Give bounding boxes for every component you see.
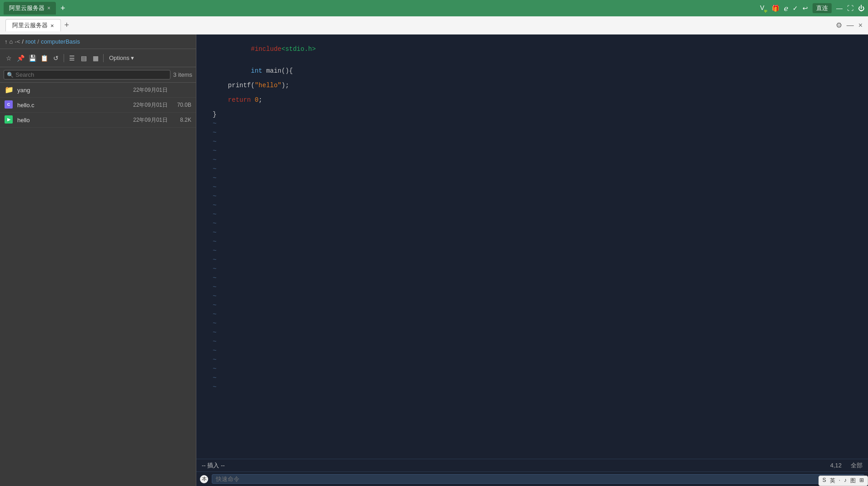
tilde-line: ~: [196, 183, 868, 193]
tilde-char: ~: [211, 202, 216, 209]
power-icon[interactable]: ⏻: [858, 5, 864, 12]
home-icon[interactable]: ⌂: [10, 38, 13, 45]
check-icon[interactable]: ✓: [793, 5, 798, 12]
file-name: yang: [17, 87, 133, 94]
browser-tab-close[interactable]: ×: [47, 5, 50, 11]
tilde-char: ~: [211, 320, 216, 327]
vip-icon[interactable]: Vip: [760, 4, 767, 13]
code-line-5: }: [196, 111, 868, 120]
tilde-char: ~: [211, 165, 216, 173]
tilde-line: ~: [196, 238, 868, 247]
tilde-line: ~: [196, 229, 868, 238]
code-text4: ;: [259, 96, 262, 104]
tilde-line: ~: [196, 356, 868, 365]
list-item[interactable]: 📁 yang 22年09月01日: [0, 83, 196, 98]
refresh-icon[interactable]: ↺: [51, 53, 61, 63]
code-line-2: int main(){: [196, 60, 868, 82]
input-mode-label: 本: [202, 476, 207, 482]
browser-tab[interactable]: 阿里云服务器 ×: [4, 2, 56, 15]
grid-view-icon[interactable]: ▤: [79, 53, 89, 63]
tilde-line: ~: [196, 247, 868, 256]
file-name: hello.c: [17, 102, 133, 109]
tilde-line: ~: [196, 120, 868, 129]
code-content: #include<stdio.h>: [211, 38, 316, 60]
editor-status-bar: -- 插入 -- 4,12 全部: [196, 459, 868, 471]
back-icon[interactable]: ↩: [803, 5, 808, 12]
tilde-char: ~: [211, 274, 216, 282]
file-size: 70.0B: [173, 102, 191, 108]
tilde-char: ~: [211, 138, 216, 145]
folder-icon: 📁: [5, 85, 14, 94]
tilde-line: ~: [196, 156, 868, 165]
tilde-line: ~: [196, 274, 868, 283]
gift-icon[interactable]: 🎁: [772, 5, 779, 12]
chevron-down-icon: ▾: [131, 55, 134, 61]
cmd-input[interactable]: [212, 474, 864, 484]
bookmark-icon[interactable]: ☆: [4, 53, 14, 63]
code-line-4: return 0;: [196, 96, 868, 111]
list-item[interactable]: C hello.c 22年09月01日 70.0B: [0, 98, 196, 113]
editor-cmdbar: 本: [196, 471, 868, 486]
ime-audio[interactable]: ♪: [844, 477, 847, 485]
tilde-line: ~: [196, 265, 868, 274]
list-view-icon[interactable]: ☰: [67, 53, 77, 63]
tilde-char: ~: [211, 356, 216, 363]
tilde-char: ~: [211, 238, 216, 245]
tilde-line: ~: [196, 338, 868, 347]
code-text: main(){: [266, 67, 293, 74]
list-item[interactable]: ▶ hello 22年09月01日 8.2K: [0, 113, 196, 128]
browser-bar: 阿里云服务器 × + Vip 🎁 ℯ ✓ ↩ 直连 — ⛶ ⏻: [0, 0, 868, 16]
input-mode-circle: 本: [200, 475, 208, 483]
breadcrumb: ↑ ⌂ -< / root / computerBasis: [0, 35, 196, 49]
status-right: 4,12 全部: [830, 461, 863, 470]
tilde-line: ~: [196, 138, 868, 147]
tilde-char: ~: [211, 293, 216, 300]
file-panel-toolbar: ☆ 📌 💾 📋 ↺ ☰ ▤ ▦ Options ▾: [0, 49, 196, 67]
breadcrumb-folder-link[interactable]: computerBasis: [41, 38, 80, 45]
tilde-char: ~: [211, 220, 216, 227]
search-input[interactable]: [15, 71, 167, 78]
tilde-line: ~: [196, 165, 868, 174]
breadcrumb-root-link[interactable]: root: [25, 38, 35, 45]
tilde-char: ~: [211, 329, 216, 336]
main-layout: ↑ ⌂ -< / root / computerBasis ☆ 📌 💾 📋 ↺ …: [0, 35, 868, 486]
editor-mode: -- 插入 --: [202, 461, 225, 470]
maximize-browser-btn[interactable]: ⛶: [847, 5, 853, 12]
tilde-char: ~: [211, 338, 216, 345]
search-bar: 🔍 3 items: [0, 67, 196, 83]
new-tab-button[interactable]: +: [60, 4, 65, 13]
app-new-tab-button[interactable]: +: [65, 20, 70, 30]
file-list: 📁 yang 22年09月01日 C hello.c 22年09月01日 70.…: [0, 83, 196, 486]
ime-keyboard[interactable]: ⊞: [859, 477, 864, 485]
code-line-1: #include<stdio.h>: [196, 38, 868, 60]
up-icon[interactable]: ↑: [5, 38, 8, 45]
ime-image[interactable]: 图: [850, 477, 856, 485]
copy-icon[interactable]: 📋: [39, 53, 49, 63]
tilde-char: ~: [211, 374, 216, 382]
code-area[interactable]: #include<stdio.h> int main(){ printf("he…: [196, 35, 868, 459]
tilde-char: ~: [211, 129, 216, 136]
tilde-char: ~: [211, 229, 216, 236]
connect-btn[interactable]: 直连: [813, 3, 832, 13]
tilde-line: ~: [196, 174, 868, 183]
pin-icon[interactable]: 📌: [15, 53, 25, 63]
settings-icon[interactable]: ⚙: [836, 21, 842, 30]
app-tab-close[interactable]: ×: [50, 22, 54, 29]
toolbar-sep2: [103, 54, 104, 62]
close-app-btn[interactable]: ×: [858, 21, 863, 30]
app-tab[interactable]: 阿里云服务器 ×: [5, 19, 61, 31]
tilde-line: ~: [196, 383, 868, 392]
header-text: <stdio.h>: [281, 45, 316, 53]
options-button[interactable]: Options ▾: [106, 54, 137, 62]
minimize-app-btn[interactable]: —: [847, 21, 854, 30]
save-icon[interactable]: 💾: [27, 53, 37, 63]
toolbar-sep: [64, 54, 64, 62]
minimize-browser-btn[interactable]: —: [836, 5, 843, 12]
tilde-char: ~: [211, 193, 216, 200]
tilde-line: ~: [196, 365, 868, 374]
tilde-line: ~: [196, 347, 868, 356]
tiles-view-icon[interactable]: ▦: [90, 53, 100, 63]
keyword-type: int: [251, 67, 266, 74]
ime-lang[interactable]: 英: [830, 477, 835, 485]
browser-icon[interactable]: ℯ: [784, 4, 788, 13]
